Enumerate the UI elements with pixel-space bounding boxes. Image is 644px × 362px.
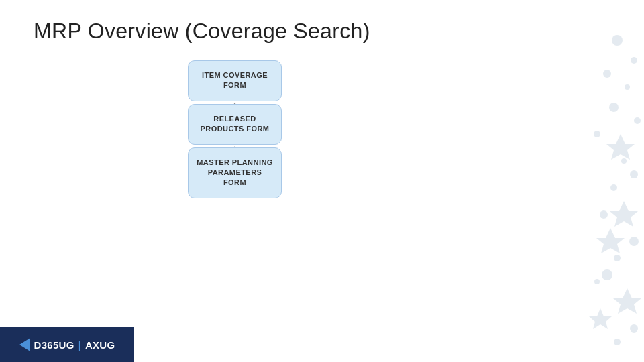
- svg-marker-6: [606, 134, 635, 160]
- item-coverage-form-box: ITEM COVERAGE FORM: [188, 60, 282, 101]
- svg-point-1: [631, 57, 637, 64]
- svg-point-3: [625, 84, 630, 90]
- released-products-form-box: RELEASED PRODUCTS FORM: [188, 104, 282, 145]
- svg-marker-9: [610, 201, 638, 227]
- svg-point-10: [629, 237, 639, 246]
- svg-point-11: [614, 255, 621, 261]
- svg-point-4: [609, 103, 619, 112]
- svg-point-20: [600, 210, 608, 219]
- svg-point-8: [610, 184, 617, 191]
- logo-suffix: AXUG: [85, 339, 115, 351]
- svg-marker-13: [613, 288, 641, 314]
- svg-marker-18: [589, 308, 612, 329]
- svg-point-14: [630, 324, 638, 333]
- svg-point-15: [614, 339, 621, 345]
- svg-point-21: [594, 131, 600, 137]
- logo-triangle-icon: [19, 338, 30, 351]
- svg-point-12: [602, 269, 612, 280]
- page-title: MRP Overview (Coverage Search): [34, 19, 370, 44]
- svg-point-0: [612, 35, 623, 46]
- svg-point-5: [634, 117, 641, 124]
- svg-point-7: [630, 170, 638, 178]
- master-planning-parameters-box: MASTER PLANNING PARAMETERS FORM: [188, 147, 282, 198]
- svg-point-19: [621, 158, 627, 164]
- logo-prefix: D365UG: [34, 339, 74, 351]
- svg-marker-16: [596, 228, 625, 253]
- svg-point-17: [594, 279, 600, 284]
- svg-point-2: [603, 70, 611, 78]
- decorative-background: [510, 0, 644, 362]
- diagram-container: ITEM COVERAGE FORM RELEASED PRODUCTS FOR…: [188, 60, 282, 198]
- logo-separator: |: [78, 339, 81, 351]
- logo-bar: D365UG | AXUG: [0, 327, 134, 362]
